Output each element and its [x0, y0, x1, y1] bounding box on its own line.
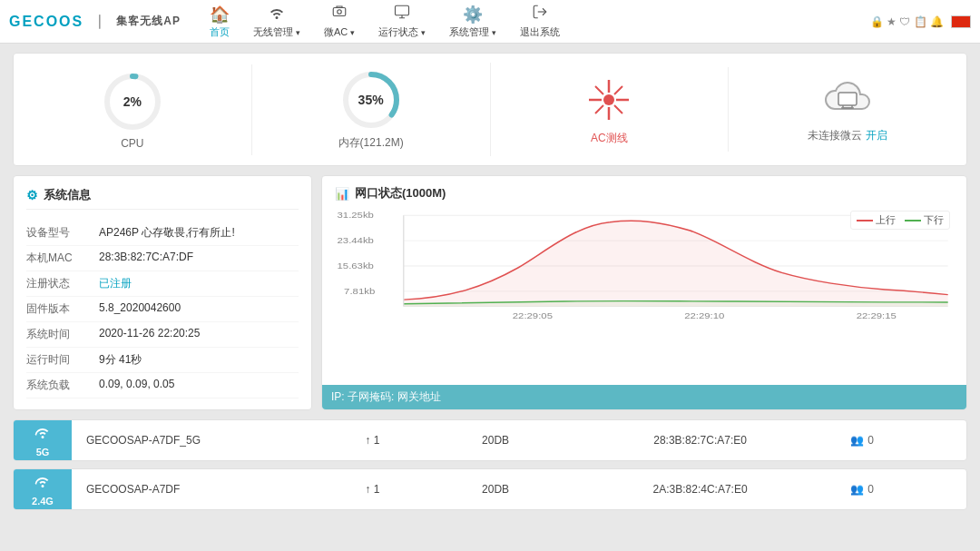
info-row-model: 设备型号 AP246P 心存敬畏,行有所止!	[26, 221, 299, 246]
system-icon: ⚙️	[463, 5, 483, 25]
info-row-reg: 注册状态 已注册	[26, 271, 299, 297]
wifi-power-5g: 20DB	[434, 434, 557, 447]
status-bar: 2% CPU 35% 内存(121.2M)	[13, 53, 967, 166]
brand-name: GECOOS	[9, 14, 83, 30]
sys-info-table: 设备型号 AP246P 心存敬畏,行有所止! 本机MAC 28:3B:82:7C…	[26, 221, 299, 398]
gear-icon: ⚙	[26, 188, 38, 202]
info-val-load: 0.09, 0.09, 0.05	[99, 378, 299, 393]
home-icon: 🏠	[210, 5, 230, 25]
info-key-firmware: 固件版本	[26, 301, 99, 317]
nav-item-wireless[interactable]: 无线管理 ▾	[242, 0, 311, 43]
y-label-4: 7.81kb	[344, 287, 376, 295]
nav-item-micro-ac[interactable]: 微AC ▾	[313, 0, 366, 43]
sys-info-title: ⚙ 系统信息	[26, 187, 299, 210]
band-label-5g: 5G	[36, 447, 50, 458]
info-row-mac: 本机MAC 28:3B:82:7C:A7:DF	[26, 246, 299, 271]
cpu-label: CPU	[121, 137, 143, 150]
brand-subtitle: 集客无线AP	[116, 14, 181, 29]
wireless-icon	[268, 4, 286, 25]
main-content: 2% CPU 35% 内存(121.2M)	[0, 44, 980, 519]
users-icon-5g: 👥	[850, 434, 864, 447]
nav-label-wireless: 无线管理 ▾	[253, 25, 300, 39]
wifi-users-24g: 👥 0	[843, 483, 966, 496]
info-val-reg: 已注册	[99, 276, 299, 291]
band-label-24g: 2.4G	[32, 496, 54, 507]
svg-line-16	[595, 105, 603, 113]
brand-divider: ｜	[93, 13, 107, 30]
ac-icon	[582, 73, 636, 127]
wifi-users-5g: 👥 0	[843, 434, 966, 447]
nav-label-system: 系统管理 ▾	[449, 25, 496, 39]
info-val-firmware: 5.8_2020042600	[99, 301, 299, 317]
x-label-1: 22:29:05	[513, 311, 554, 320]
top-nav: GECOOS ｜ 集客无线AP 🏠 首页 无线管理 ▾ 微AC ▾	[0, 0, 980, 44]
svg-rect-2	[396, 5, 409, 15]
wifi-power-24g: 20DB	[434, 483, 557, 496]
info-key-reg: 注册状态	[26, 276, 99, 291]
y-label-3: 15.63kb	[338, 261, 375, 270]
info-val-time: 2020-11-26 22:20:25	[99, 327, 299, 342]
nav-label-home: 首页	[210, 25, 230, 39]
wifi-users-count-24g: 👥 0	[850, 483, 959, 496]
nav-label-logout: 退出系统	[520, 25, 560, 39]
legend-down: 下行	[905, 213, 944, 227]
memory-value: 35%	[358, 93, 384, 107]
nav-item-status[interactable]: 运行状态 ▾	[368, 0, 436, 43]
wifi-signal-24g: ↑ 1	[310, 483, 434, 496]
cloud-open-button[interactable]: 开启	[866, 128, 887, 143]
nav-label-status: 运行状态 ▾	[378, 25, 426, 39]
ip-bar: IP: 子网掩码: 网关地址	[322, 385, 966, 409]
wifi-ssid-5g: GECOOSAP-A7DF_5G	[72, 434, 310, 447]
info-row-uptime: 运行时间 9分 41秒	[26, 348, 299, 373]
wifi-row-5g: 5G GECOOSAP-A7DF_5G ↑ 1 20DB 28:3B:82:7C…	[13, 419, 967, 461]
status-memory: 35% 内存(121.2M)	[252, 63, 491, 156]
main-nav: 🏠 首页 无线管理 ▾ 微AC ▾ 运行	[199, 0, 572, 43]
svg-line-13	[595, 86, 603, 94]
legend-line-down	[905, 220, 921, 221]
status-cloud: 未连接微云 开启	[729, 71, 966, 149]
wifi-cells-5g: GECOOSAP-A7DF_5G ↑ 1 20DB 28:3B:82:7C:A7…	[72, 434, 966, 447]
wifi-ssid-24g: GECOOSAP-A7DF	[72, 483, 310, 496]
info-key-load: 系统负载	[26, 378, 99, 393]
net-graph-panel: 📊 网口状态(1000M) 上行 下行	[321, 175, 967, 410]
wifi-users-count-5g: 👥 0	[850, 434, 959, 447]
wifi-icon-24g	[33, 473, 53, 494]
info-row-time: 系统时间 2020-11-26 22:20:25	[26, 322, 299, 348]
nav-right: 🔒 ★ 🛡 📋 🔔	[870, 15, 971, 28]
legend-line-up	[857, 220, 873, 221]
ac-label: AC测线	[591, 131, 628, 146]
wifi-rows: 5G GECOOSAP-A7DF_5G ↑ 1 20DB 28:3B:82:7C…	[13, 419, 967, 510]
nav-label-micro-ac: 微AC ▾	[324, 25, 355, 39]
cloud-icon	[822, 76, 873, 124]
wifi-band-5g: 5G	[14, 420, 72, 460]
info-key-mac: 本机MAC	[26, 251, 99, 266]
micro-ac-icon	[330, 4, 348, 25]
nav-icons-right: 🔒 ★ 🛡 📋 🔔	[870, 15, 944, 28]
info-val-uptime: 9分 41秒	[99, 352, 299, 368]
x-label-2: 22:29:10	[684, 311, 725, 320]
wifi-icon-5g	[33, 424, 53, 445]
svg-line-15	[614, 86, 622, 94]
wifi-cells-24g: GECOOSAP-A7DF ↑ 1 20DB 2A:3B:82:4C:A7:E0…	[72, 483, 966, 496]
svg-rect-17	[838, 93, 857, 105]
wifi-mac-5g: 28:3B:82:7C:A7:E0	[557, 434, 843, 447]
memory-gauge: 35%	[339, 68, 403, 132]
cpu-gauge: 2%	[101, 70, 164, 133]
wifi-signal-5g: ↑ 1	[310, 434, 434, 447]
nav-item-home[interactable]: 🏠 首页	[199, 1, 240, 43]
language-flag[interactable]	[951, 15, 971, 28]
svg-point-1	[338, 10, 342, 15]
nav-item-system[interactable]: ⚙️ 系统管理 ▾	[438, 1, 507, 43]
chart-legend: 上行 下行	[850, 211, 950, 230]
info-val-model: AP246P 心存敬畏,行有所止!	[99, 225, 299, 241]
cpu-value: 2%	[123, 94, 142, 109]
y-label-1: 31.25kb	[338, 212, 375, 220]
info-key-time: 系统时间	[26, 327, 99, 342]
nav-item-logout[interactable]: 退出系统	[509, 0, 571, 43]
svg-point-8	[603, 94, 614, 105]
chart-area: 上行 下行 31.25kb 23.44kb	[335, 207, 954, 379]
middle-row: ⚙ 系统信息 设备型号 AP246P 心存敬畏,行有所止! 本机MAC 28:3…	[13, 175, 967, 410]
svg-rect-0	[333, 8, 346, 16]
info-key-uptime: 运行时间	[26, 352, 99, 368]
graph-icon: 📊	[335, 187, 349, 201]
